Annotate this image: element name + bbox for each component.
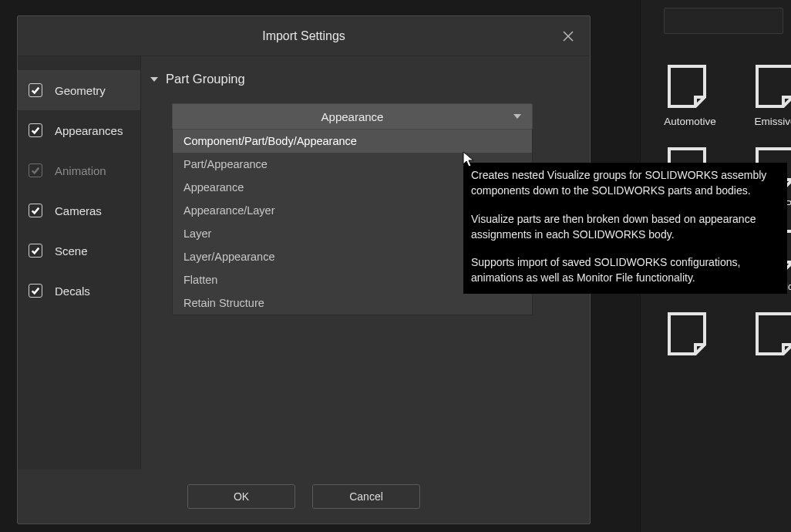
library-folder[interactable]	[742, 309, 791, 363]
library-folder-label: Emissives	[742, 116, 791, 127]
tooltip: Creates nested Visualize groups for SOLI…	[463, 163, 787, 294]
checkbox[interactable]	[29, 163, 42, 177]
checkbox[interactable]	[29, 284, 42, 298]
folder-icon	[752, 309, 791, 359]
close-icon	[562, 30, 574, 42]
folder-icon	[752, 62, 791, 111]
sidebar-item-label: Geometry	[55, 84, 106, 97]
checkbox[interactable]	[29, 244, 42, 258]
tooltip-line: Visualize parts are then broken down bas…	[471, 211, 779, 243]
tooltip-line: Creates nested Visualize groups for SOLI…	[471, 167, 779, 199]
tooltip-line: Supports import of saved SOLIDWORKS conf…	[471, 254, 779, 286]
library-folder[interactable]: Emissives	[742, 62, 791, 127]
combo-selected-label: Appearance	[321, 110, 384, 123]
part-grouping-combo[interactable]: Appearance	[172, 103, 533, 130]
checkbox[interactable]	[29, 83, 42, 97]
cancel-button[interactable]: Cancel	[312, 484, 420, 509]
sidebar-item-appearances[interactable]: Appearances	[18, 110, 140, 150]
sidebar-item-scene[interactable]: Scene	[18, 231, 140, 271]
sidebar-item-label: Decals	[55, 285, 90, 298]
checkbox[interactable]	[29, 123, 42, 137]
library-search-box[interactable]	[664, 8, 783, 34]
section-title: Part Grouping	[166, 72, 245, 86]
folder-icon	[665, 309, 715, 359]
sidebar-item-label: Cameras	[55, 204, 102, 217]
sidebar-item-animation[interactable]: Animation	[18, 150, 140, 190]
dialog-header: Import Settings	[18, 16, 590, 56]
chevron-down-icon	[513, 114, 521, 119]
library-folder[interactable]: Automotive	[655, 62, 725, 127]
chevron-down-icon	[150, 77, 158, 82]
dropdown-option[interactable]: Component/Part/Body/Appearance	[173, 130, 532, 153]
sidebar-item-geometry[interactable]: Geometry	[18, 70, 140, 110]
sidebar: GeometryAppearancesAnimationCamerasScene…	[18, 56, 141, 470]
section-heading[interactable]: Part Grouping	[141, 72, 570, 86]
sidebar-item-label: Appearances	[55, 124, 123, 137]
sidebar-item-label: Scene	[55, 244, 88, 258]
checkbox[interactable]	[29, 204, 42, 217]
sidebar-item-label: Animation	[55, 164, 106, 177]
library-folder[interactable]	[655, 309, 725, 363]
dialog-title: Import Settings	[262, 29, 345, 43]
sidebar-item-cameras[interactable]: Cameras	[18, 190, 140, 231]
sidebar-item-decals[interactable]: Decals	[18, 271, 140, 311]
library-folder-label: Automotive	[655, 116, 725, 127]
close-button[interactable]	[557, 25, 579, 47]
folder-icon	[665, 62, 715, 111]
dialog-footer: OK Cancel	[18, 470, 590, 524]
ok-button[interactable]: OK	[187, 484, 295, 509]
dropdown-option[interactable]: Retain Structure	[173, 291, 532, 315]
